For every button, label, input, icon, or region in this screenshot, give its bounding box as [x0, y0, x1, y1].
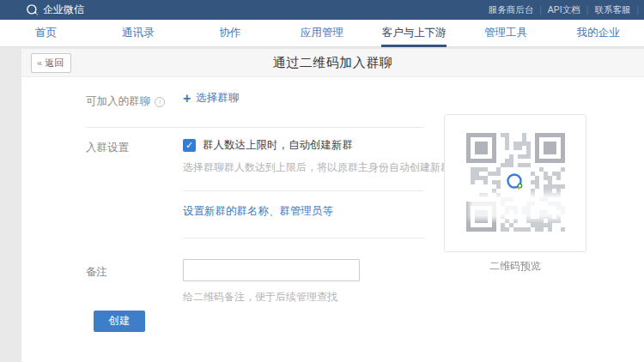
qr-blurred-text-area	[472, 196, 575, 216]
main-nav: 首页 通讯录 协作 应用管理 客户与上下游 管理工具 我的企业	[0, 20, 644, 47]
select-group-link-label: 选择群聊	[196, 91, 239, 106]
qr-preview-box	[444, 114, 586, 252]
wework-logo-icon	[26, 3, 39, 16]
plus-icon: +	[183, 92, 191, 106]
page-header: « 返回 通过二维码加入群聊	[21, 49, 644, 77]
separator: |	[636, 5, 639, 15]
remark-helper-text: 给二维码备注，便于后续管理查找	[183, 290, 337, 305]
topbar-links: 服务商后台 | API文档 | 联系客服 |	[483, 4, 639, 16]
info-icon: i	[155, 97, 165, 107]
content-card: « 返回 通过二维码加入群聊 可加入的群聊 i + 选择群聊 入群设置 群人数达…	[21, 49, 644, 362]
brand-name: 企业微信	[43, 3, 84, 17]
new-group-settings-link[interactable]: 设置新群的群名称、群管理员等	[183, 204, 333, 219]
auto-create-helper-text: 选择群聊群人数达到上限后，将以原群主身份自动创建新群	[183, 160, 451, 175]
remark-input[interactable]	[183, 259, 360, 281]
form-area: 可加入的群聊 i + 选择群聊 入群设置 群人数达上限时，自动创建新群 选择群聊…	[21, 78, 644, 362]
nav-item-my-company[interactable]: 我的企业	[552, 20, 644, 46]
joinable-group-label: 可加入的群聊 i	[86, 94, 165, 109]
divider	[183, 238, 423, 238]
topbar-link-support[interactable]: 联系客服	[588, 4, 636, 16]
nav-item-contacts[interactable]: 通讯录	[92, 20, 184, 46]
auto-create-checkbox[interactable]	[183, 139, 196, 152]
divider	[183, 190, 423, 191]
topbar-link-api-docs[interactable]: API文档	[542, 4, 586, 16]
back-chevron-icon: «	[37, 58, 42, 68]
back-button[interactable]: « 返回	[31, 53, 71, 73]
join-settings-label: 入群设置	[86, 141, 129, 155]
qr-preview-caption: 二维码预览	[444, 259, 586, 274]
brand: 企业微信	[26, 3, 84, 17]
topbar: 企业微信 服务商后台 | API文档 | 联系客服 |	[0, 0, 644, 20]
divider	[86, 127, 423, 128]
auto-create-checkbox-row[interactable]: 群人数达上限时，自动创建新群	[183, 138, 353, 153]
qr-center-logo-icon	[502, 169, 528, 195]
remark-label: 备注	[86, 265, 107, 280]
page-title: 通过二维码加入群聊	[21, 55, 644, 71]
auto-create-checkbox-label: 群人数达上限时，自动创建新群	[203, 138, 353, 153]
create-button[interactable]: 创建	[94, 311, 145, 332]
topbar-link-provider[interactable]: 服务商后台	[483, 4, 540, 16]
nav-item-home[interactable]: 首页	[0, 20, 92, 46]
joinable-group-label-text: 可加入的群聊	[86, 94, 150, 109]
select-group-link[interactable]: + 选择群聊	[183, 91, 239, 106]
nav-item-app-management[interactable]: 应用管理	[276, 20, 368, 46]
nav-item-collaboration[interactable]: 协作	[184, 20, 276, 46]
nav-item-customers[interactable]: 客户与上下游	[368, 20, 460, 46]
nav-item-admin-tools[interactable]: 管理工具	[460, 20, 552, 46]
back-button-label: 返回	[45, 57, 64, 69]
